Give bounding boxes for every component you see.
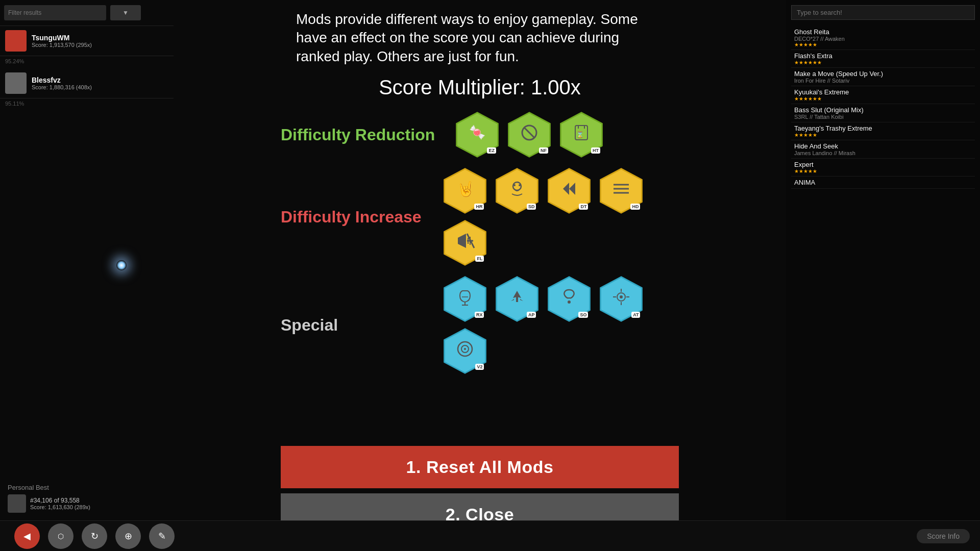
player-1-extra: 95.24% — [0, 56, 174, 66]
song-list-item[interactable]: Kyuukai's Extreme ★★★★★★ — [791, 86, 975, 104]
mod-hr-badge: HR — [474, 204, 484, 210]
bottom-bar: ◀ ⬡ ↻ ⊕ ✎ Score Info — [0, 520, 980, 551]
svg-text:⌛: ⌛ — [576, 131, 584, 138]
song-stars: ★★★★★ — [794, 42, 972, 47]
reset-button[interactable]: 1. Reset All Mods — [281, 446, 679, 488]
mod-dt[interactable]: DT — [546, 168, 592, 214]
player-2-name: Blessfvz — [32, 76, 92, 84]
svg-text:🤘: 🤘 — [457, 181, 475, 197]
mod-ht-icon: ⌛ — [571, 122, 592, 147]
svg-marker-15 — [563, 183, 569, 195]
increase-row: Difficulty Increase 🤘HR SD DT HD FL — [281, 168, 679, 266]
mod-hr-icon: 🤘 — [455, 179, 475, 203]
player-2-row[interactable]: Blessfvz Score: 1,880,316 (408x) — [0, 68, 174, 98]
personal-best-section: Personal Best #34,106 of 93,558 Score: 1… — [8, 484, 166, 513]
modal-container: Mods provide different ways to enjoy gam… — [174, 0, 786, 551]
mod-hd-icon — [611, 179, 631, 203]
song-list-item[interactable]: Bass Slut (Original Mix) S3RL // Tattan … — [791, 104, 975, 122]
mods-panel: Difficulty Reduction 🍬EZ NF ⌛HT Difficul… — [281, 112, 679, 441]
pb-avatar — [8, 494, 26, 513]
svg-point-13 — [519, 184, 521, 186]
mod-nf[interactable]: NF — [506, 112, 552, 158]
mod-rx-icon — [455, 287, 475, 311]
mod-hr[interactable]: 🤘HR — [442, 168, 488, 214]
mod-so[interactable]: SO — [546, 276, 592, 322]
song-title: ANIMA — [794, 179, 972, 186]
song-list: Ghost Reita DECO*27 // Awaken ★★★★★ Flas… — [791, 26, 975, 189]
svg-point-36 — [620, 295, 623, 298]
mod-sd-badge: SD — [527, 204, 536, 210]
mod-ht[interactable]: ⌛HT — [558, 112, 604, 158]
song-list-item[interactable]: Flash's Extra ★★★★★★ — [791, 50, 975, 68]
mod-nf-icon — [519, 122, 540, 147]
song-title: Kyuukai's Extreme — [794, 88, 972, 96]
mod-at-badge: AT — [631, 312, 640, 318]
mod-fl[interactable]: FL — [442, 220, 488, 266]
song-sub: DECO*27 // Awaken — [794, 36, 972, 42]
song-list-item[interactable]: Expert ★★★★★ — [791, 159, 975, 177]
song-stars: ★★★★★★ — [794, 60, 972, 65]
song-title: Taeyang's Trashy Extreme — [794, 124, 972, 132]
mod-hd-badge: HD — [630, 204, 640, 210]
song-list-item[interactable]: Hide And Seek James Landino // Mirash — [791, 140, 975, 159]
personal-best-label: Personal Best — [8, 484, 166, 491]
song-stars: ★★★★★ — [794, 168, 972, 174]
svg-point-40 — [464, 348, 466, 350]
player-2-extra: 95.11% — [0, 98, 174, 109]
glow-dot — [116, 260, 127, 270]
mod-v2-icon — [455, 339, 475, 363]
mod-rx[interactable]: RX — [442, 276, 488, 322]
song-list-item[interactable]: ANIMA — [791, 177, 975, 189]
song-title: Make a Move (Speed Up Ver.) — [794, 70, 972, 78]
left-sidebar: Filter results ▼ TsunguWM Score: 1,913,5… — [0, 0, 174, 551]
svg-line-4 — [524, 128, 534, 138]
song-list-item[interactable]: Make a Move (Speed Up Ver.) Iron For Hir… — [791, 68, 975, 86]
increase-icons: 🤘HR SD DT HD FL — [442, 168, 679, 266]
song-title: Expert — [794, 161, 972, 168]
player-2-score: Score: 1,880,316 (408x) — [32, 84, 92, 90]
special-label: Special — [281, 316, 442, 335]
player-1-row[interactable]: TsunguWM Score: 1,913,570 (295x) — [0, 26, 174, 56]
mod-ez-badge: EZ — [487, 147, 496, 154]
mod-rx-badge: RX — [475, 312, 484, 318]
mod-so-icon — [559, 287, 579, 311]
song-title: Hide And Seek — [794, 142, 972, 150]
reduction-label: Difficulty Reduction — [281, 126, 454, 144]
bottom-options-btn[interactable]: ⊕ — [115, 523, 141, 549]
mod-ht-badge: HT — [591, 147, 600, 154]
mod-fl-badge: FL — [475, 256, 484, 262]
bottom-mods-btn[interactable]: ⬡ — [48, 523, 74, 549]
score-multiplier: Score Multiplier: 1.00x — [379, 76, 581, 99]
player-1-score: Score: 1,913,570 (295x) — [32, 42, 92, 48]
reduction-icons: 🍬EZ NF ⌛HT — [454, 112, 604, 158]
reduction-row: Difficulty Reduction 🍬EZ NF ⌛HT — [281, 112, 679, 158]
mod-at-icon — [611, 287, 631, 311]
mod-ez[interactable]: 🍬EZ — [454, 112, 500, 158]
song-title: Ghost Reita — [794, 28, 972, 36]
special-icons: RX AP SO AT V2 — [442, 276, 679, 374]
song-sub: Iron For Hire // Sotariv — [794, 78, 972, 84]
mod-hd[interactable]: HD — [598, 168, 644, 214]
bottom-edit-btn[interactable]: ✎ — [149, 523, 175, 549]
song-list-item[interactable]: Taeyang's Trashy Extreme ★★★★★ — [791, 122, 975, 140]
mod-sd[interactable]: SD — [494, 168, 540, 214]
mod-ap[interactable]: AP — [494, 276, 540, 322]
player-1-name: TsunguWM — [32, 34, 92, 42]
song-title: Flash's Extra — [794, 52, 972, 60]
mod-at[interactable]: AT — [598, 276, 644, 322]
song-sub: James Landino // Mirash — [794, 150, 972, 156]
mod-dt-icon — [559, 179, 579, 203]
search-input[interactable] — [791, 5, 975, 20]
song-list-item[interactable]: Ghost Reita DECO*27 // Awaken ★★★★★ — [791, 26, 975, 50]
song-stars: ★★★★★ — [794, 132, 972, 138]
svg-point-12 — [513, 184, 516, 186]
mod-v2[interactable]: V2 — [442, 328, 488, 374]
bottom-back-btn[interactable]: ◀ — [14, 523, 40, 549]
bottom-random-btn[interactable]: ↻ — [82, 523, 107, 549]
special-row: Special RX AP SO AT V2 — [281, 276, 679, 374]
mod-description: Mods provide different ways to enjoy gam… — [281, 0, 679, 73]
mod-fl-icon — [455, 231, 475, 255]
right-sidebar: Ghost Reita DECO*27 // Awaken ★★★★★ Flas… — [786, 0, 980, 551]
svg-point-33 — [568, 300, 571, 304]
mod-ez-icon: 🍬 — [467, 122, 487, 147]
